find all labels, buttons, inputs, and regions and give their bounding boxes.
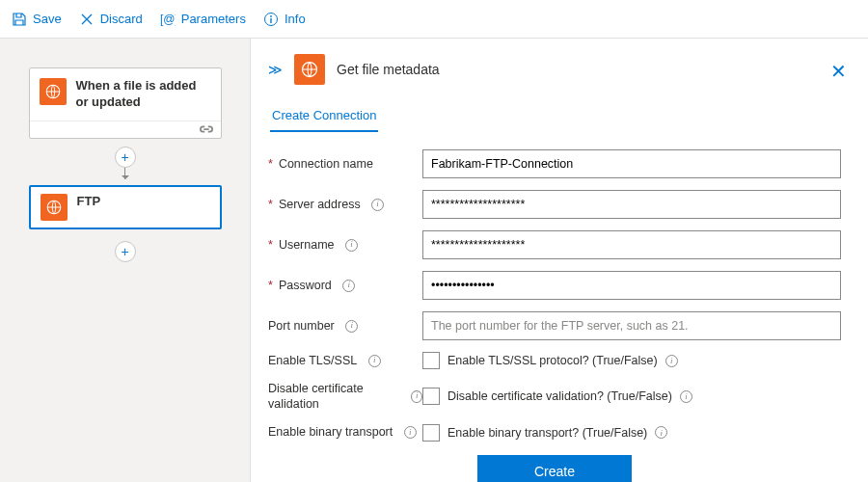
tls-text: Enable TLS/SSL protocol? (True/False) bbox=[448, 354, 658, 367]
save-icon bbox=[12, 12, 27, 27]
connection-name-input[interactable] bbox=[422, 149, 841, 178]
config-panel: ✕ ≫ Get file metadata Create Connection … bbox=[251, 39, 868, 482]
toolbar: Save Discard [@] Parameters Info bbox=[0, 0, 868, 39]
parameters-label: Parameters bbox=[181, 12, 246, 26]
binary-label: Enable binary transport i bbox=[268, 424, 422, 440]
parameters-icon: [@] bbox=[160, 12, 176, 27]
add-step-button[interactable]: + bbox=[115, 147, 136, 168]
ftp-connector-icon bbox=[294, 54, 325, 85]
parameters-button[interactable]: [@] Parameters bbox=[160, 12, 246, 27]
port-label: Port number i bbox=[268, 318, 422, 334]
username-label: *Username i bbox=[268, 237, 422, 253]
info-icon[interactable]: i bbox=[411, 390, 422, 403]
collapse-chevron-icon[interactable]: ≫ bbox=[268, 62, 283, 77]
create-button[interactable]: Create bbox=[477, 455, 632, 483]
tab-create-connection[interactable]: Create Connection bbox=[270, 100, 378, 132]
close-icon bbox=[79, 12, 95, 27]
action-title: FTP bbox=[77, 194, 101, 210]
tls-label: Enable TLS/SSL i bbox=[268, 353, 422, 368]
trigger-node[interactable]: When a file is added or updated bbox=[29, 67, 222, 139]
info-icon[interactable]: i bbox=[342, 280, 355, 292]
cert-label: Disable certificate validation i bbox=[268, 381, 422, 413]
info-icon[interactable]: i bbox=[680, 390, 692, 403]
save-label: Save bbox=[33, 12, 62, 26]
info-icon[interactable]: i bbox=[404, 426, 417, 439]
binary-text: Enable binary transport? (True/False) bbox=[448, 426, 647, 440]
svg-text:[@]: [@] bbox=[160, 13, 176, 26]
connector-arrow bbox=[124, 168, 125, 179]
password-label: *Password i bbox=[268, 278, 422, 293]
info-icon[interactable]: i bbox=[665, 355, 678, 367]
tls-checkbox[interactable] bbox=[422, 352, 440, 369]
ftp-connector-icon bbox=[40, 78, 67, 105]
binary-checkbox[interactable] bbox=[422, 424, 440, 442]
info-icon[interactable]: i bbox=[371, 199, 384, 211]
info-icon[interactable]: i bbox=[655, 426, 667, 439]
ftp-connector-icon bbox=[41, 194, 68, 221]
info-icon[interactable]: i bbox=[368, 355, 381, 367]
info-icon[interactable]: i bbox=[345, 239, 358, 252]
panel-title: Get file metadata bbox=[337, 62, 440, 77]
discard-button[interactable]: Discard bbox=[79, 12, 143, 27]
close-panel-button[interactable]: ✕ bbox=[830, 60, 847, 83]
info-icon[interactable]: i bbox=[345, 320, 358, 333]
svg-rect-3 bbox=[270, 18, 271, 23]
discard-label: Discard bbox=[100, 12, 143, 26]
info-button[interactable]: Info bbox=[263, 12, 306, 27]
connection-name-label: *Connection name bbox=[268, 156, 422, 172]
username-input[interactable] bbox=[422, 230, 841, 259]
server-address-label: *Server address i bbox=[268, 197, 422, 212]
trigger-title: When a file is added or updated bbox=[76, 78, 211, 111]
svg-point-2 bbox=[270, 15, 272, 17]
link-icon bbox=[200, 123, 213, 135]
info-icon bbox=[263, 12, 279, 27]
save-button[interactable]: Save bbox=[12, 12, 62, 27]
port-input[interactable] bbox=[422, 311, 841, 340]
info-label: Info bbox=[285, 12, 306, 26]
workflow-canvas: When a file is added or updated + FTP + bbox=[0, 39, 251, 482]
cert-text: Disable certificate validation? (True/Fa… bbox=[448, 389, 672, 403]
cert-checkbox[interactable] bbox=[422, 388, 440, 405]
server-address-input[interactable] bbox=[422, 190, 841, 219]
add-step-button[interactable]: + bbox=[115, 241, 136, 262]
action-node-ftp[interactable]: FTP bbox=[29, 185, 222, 229]
password-input[interactable] bbox=[422, 271, 841, 300]
